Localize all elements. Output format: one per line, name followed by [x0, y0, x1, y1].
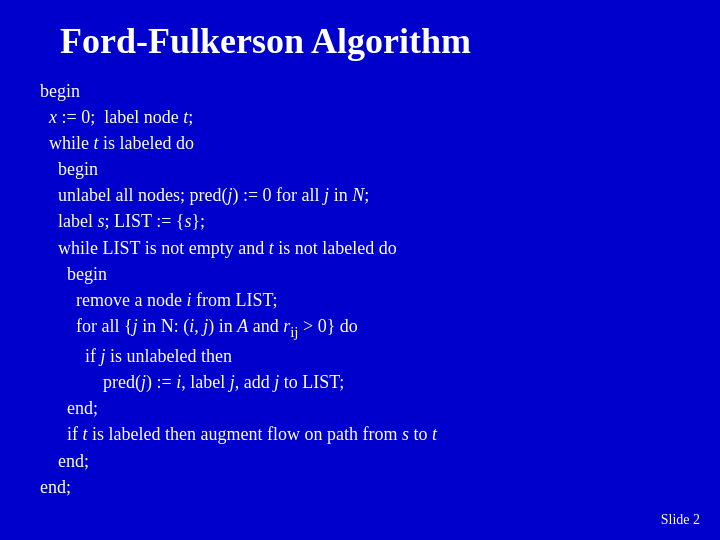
slide-number: Slide 2	[661, 512, 700, 528]
line-5: unlabel all nodes; pred(j) := 0 for all …	[40, 182, 680, 208]
slide-container: Ford-Fulkerson Algorithm begin x := 0; l…	[0, 0, 720, 540]
line-15: end;	[40, 448, 680, 474]
slide-content: begin x := 0; label node t; while t is l…	[40, 78, 680, 500]
line-7: while LIST is not empty and t is not lab…	[40, 235, 680, 261]
line-10: for all {j in N: (i, j) in A and rij > 0…	[40, 313, 680, 343]
line-9: remove a node i from LIST;	[40, 287, 680, 313]
line-14: if t is labeled then augment flow on pat…	[40, 421, 680, 447]
line-16: end;	[40, 474, 680, 500]
line-13: end;	[40, 395, 680, 421]
line-6: label s; LIST := {s};	[40, 208, 680, 234]
line-8: begin	[40, 261, 680, 287]
line-11: if j is unlabeled then	[40, 343, 680, 369]
line-4: begin	[40, 156, 680, 182]
slide-title: Ford-Fulkerson Algorithm	[60, 20, 680, 62]
line-1: begin	[40, 78, 680, 104]
line-3: while t is labeled do	[40, 130, 680, 156]
line-12: pred(j) := i, label j, add j to LIST;	[40, 369, 680, 395]
line-2: x := 0; label node t;	[40, 104, 680, 130]
